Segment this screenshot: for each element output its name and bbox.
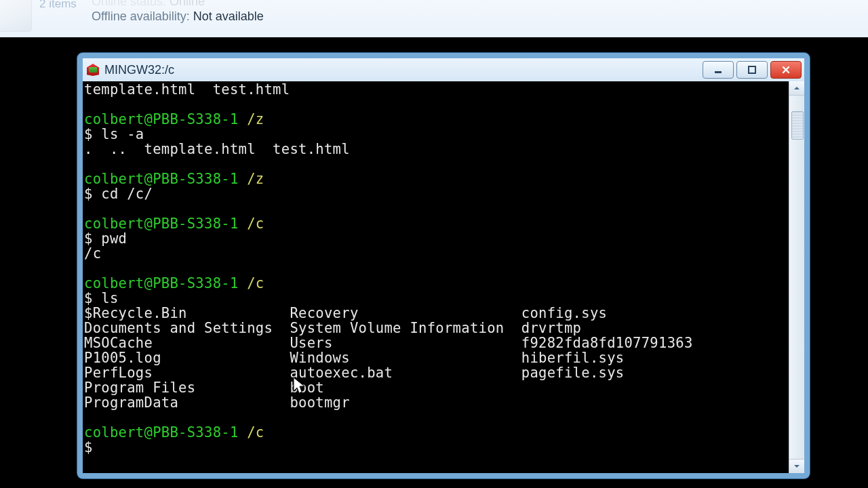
online-status-value: Online [170, 0, 205, 8]
titlebar[interactable]: MINGW32:/c [83, 58, 804, 82]
scrollbar-thumb[interactable] [791, 111, 804, 140]
explorer-details-pane: 2 items Online status: Online Offline av… [0, 0, 868, 38]
chevron-down-icon [793, 463, 800, 470]
item-count: 2 items [39, 0, 77, 11]
svg-rect-1 [749, 66, 755, 73]
terminal-window: MINGW32:/c template.html test.html colbe… [77, 53, 810, 479]
offline-availability-row: Offline availability: Not available [92, 9, 264, 24]
svg-rect-0 [715, 71, 722, 73]
chevron-up-icon [793, 85, 800, 92]
scroll-down-button[interactable] [789, 459, 804, 473]
mingw-icon [87, 64, 99, 76]
online-status-row: Online status: Online [92, 0, 205, 9]
scroll-up-button[interactable] [789, 81, 804, 96]
close-icon [781, 65, 791, 75]
window-title: MINGW32:/c [104, 63, 174, 77]
close-button[interactable] [770, 61, 802, 79]
offline-availability-label: Offline availability: [92, 9, 190, 23]
folder-icon [0, 0, 32, 32]
terminal-output[interactable]: template.html test.html colbert@PBB-S338… [83, 81, 789, 473]
scrollbar[interactable] [789, 81, 804, 473]
maximize-icon [747, 65, 757, 75]
window-buttons [703, 61, 804, 79]
maximize-button[interactable] [736, 61, 768, 79]
minimize-icon [713, 65, 723, 75]
minimize-button[interactable] [703, 61, 734, 79]
online-status-label: Online status: [92, 0, 166, 8]
offline-availability-value: Not available [193, 9, 264, 23]
